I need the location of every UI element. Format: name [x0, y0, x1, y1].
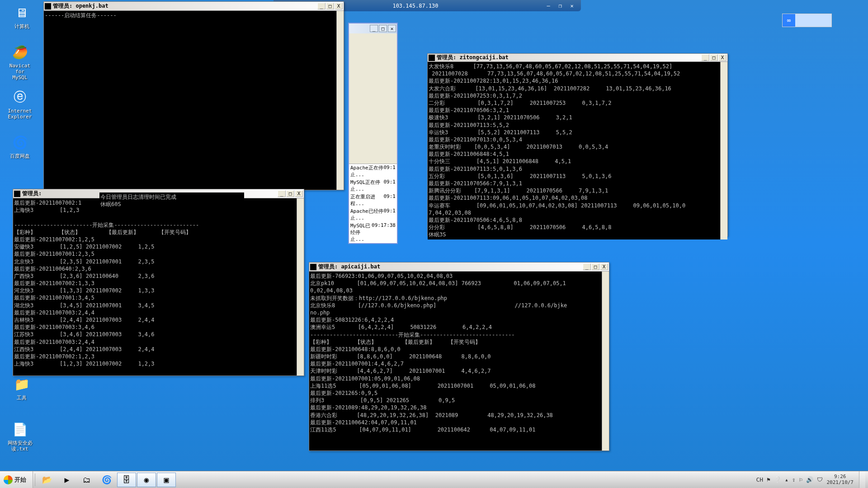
ie-icon: ⓔ [11, 88, 29, 106]
phpstudy-log: Apache正在停止...09:1MySQL正在停止...09:1正在重启进程.… [349, 164, 397, 243]
phpstudy-log-row: Apache已经停止...09:1 [349, 207, 397, 222]
terminal-apicaiji-scrollbar[interactable] [602, 272, 609, 450]
desktop-icon-label: InternetExplorer [4, 108, 36, 120]
terminal-kuai3-maximize-button[interactable]: □ [286, 190, 294, 197]
cmd-icon [310, 264, 316, 270]
phpstudy-close-button[interactable]: ✕ [388, 25, 396, 32]
taskbar-item-chrome[interactable]: ◉ [137, 473, 156, 487]
phpstudy-maximize-button[interactable]: □ [379, 25, 387, 32]
baidupan-icon: 🌀 [11, 133, 29, 151]
baidupan-widget-icon: ∞ [783, 14, 795, 27]
tray-action-center-icon[interactable]: ⚑ [767, 476, 770, 483]
tray-clock[interactable]: 9:26 2021/10/7 [826, 474, 855, 485]
terminal-apicaiji-title: 管理员: apicaiji.bat [318, 263, 582, 271]
tray-sound-icon[interactable]: 🔊 [806, 476, 813, 483]
tray-date: 2021/10/7 [826, 480, 854, 485]
terminal-kuai3: 管理员: _ □ X 最后更新-20211007002:1 上海快3 [1,2,… [13, 189, 304, 376]
desktop-icon-label: 网络安全必读.txt [4, 440, 36, 452]
terminal-kuai3-minimize-button[interactable]: _ [278, 190, 286, 197]
taskbar-item-phpstudy[interactable]: 🗄 [117, 473, 136, 487]
terminal-zitongcaiji-minimize-button[interactable]: _ [701, 54, 709, 61]
phpstudy-window: _ □ ✕ PHP-5 Apache正在停止...09:1MySQL正在停止..… [348, 23, 398, 244]
desktop-icon-label: 计算机 [5, 23, 38, 29]
desktop-icon-navicat[interactable]: 🥭Navicat forMySQL [4, 43, 36, 81]
tray-ime-indicator[interactable]: CH [756, 476, 763, 483]
phpstudy-log-row: MySQL已经停止...09:17:38 [349, 222, 397, 243]
system-tray: CH ⚑ ❔ ▴ ⇪ ⚐ 🔊 🛡 9:26 2021/10/7 [753, 471, 868, 488]
start-orb-icon [4, 475, 13, 484]
terminal-zitongcaiji-close-button[interactable]: X [718, 54, 726, 61]
terminal-openkj: 管理员: openkj.bat _ □ X ------启动结算任务------ [43, 1, 344, 190]
phpstudy-log-row: 正在重启进程...09:1 [349, 193, 397, 207]
terminal-apicaiji-minimize-button[interactable]: _ [583, 263, 591, 270]
rdp-restore-button[interactable]: ❐ [556, 2, 565, 9]
desktop-icon-computer[interactable]: 🖥计算机 [5, 4, 38, 29]
terminal-apicaiji-maximize-button[interactable]: □ [591, 263, 599, 270]
tray-help-icon[interactable]: ❔ [774, 476, 781, 483]
tray-flag-icon[interactable]: ⚐ [799, 476, 803, 483]
phpstudy-log-row: Apache正在停止...09:1 [349, 164, 397, 178]
terminal-openkj-maximize-button[interactable]: □ [326, 3, 334, 9]
cmd-icon [429, 55, 435, 61]
terminal-zitongcaiji-body: 大发快乐8 [77,73,13,56,07,48,60,05,67,02,12,… [428, 62, 727, 239]
terminal-apicaiji: 管理员: apicaiji.bat _ □ X 最后更新-766923:01,0… [309, 262, 609, 451]
taskbar: 开始 📂▶🗂🌀🗄◉▣ CH ⚑ ❔ ▴ ⇪ ⚐ 🔊 🛡 9:26 2021/10… [0, 471, 868, 488]
computer-icon: 🖥 [13, 4, 31, 22]
terminal-openkj-body: ------启动结算任务------ [44, 11, 344, 190]
desktop-icon-label: 百度网盘 [4, 153, 36, 159]
terminal-zitongcaiji-maximize-button[interactable]: □ [710, 54, 718, 61]
desktop-icon-label: Navicat forMySQL [4, 63, 36, 81]
terminal-apicaiji-close-button[interactable]: X [600, 263, 608, 270]
desktop-icon-netsec[interactable]: 📄网络安全必读.txt [4, 420, 36, 452]
tray-chevron-icon[interactable]: ▴ [785, 476, 788, 483]
terminal-openkj-scrollbar[interactable] [336, 11, 344, 190]
taskbar-item-powershell[interactable]: ▶ [57, 473, 76, 487]
taskbar-item-cmd[interactable]: ▣ [157, 473, 176, 487]
tray-network-icon[interactable]: ⇪ [792, 476, 796, 483]
baidupan-widget[interactable]: ∞ [782, 14, 832, 27]
terminal-openkj-minimize-button[interactable]: _ [317, 3, 326, 9]
tools-icon: 📁 [13, 375, 31, 393]
desktop-icon-tools[interactable]: 📁工具 [5, 375, 38, 401]
tray-time: 9:26 [826, 474, 854, 479]
terminal-kuai3-body: 最后更新-20211007002:1 上海快3 [1,2,3 ---------… [13, 198, 304, 375]
show-desktop-button[interactable] [859, 471, 865, 488]
rdp-minimize-button[interactable]: — [544, 2, 553, 9]
navicat-icon: 🥭 [11, 43, 29, 61]
baidupan-widget-field[interactable] [795, 14, 831, 27]
phpstudy-log-row: MySQL正在停止...09:1 [349, 178, 397, 193]
terminal-zitongcaiji-title: 管理员: zitongcaiji.bat [437, 54, 701, 61]
terminal-apicaiji-body: 最后更新-766923:01,06,09,07,05,10,02,04,08,0… [309, 272, 609, 450]
taskbar-item-baidupan[interactable]: 🌀 [97, 473, 116, 487]
desktop-icon-label: 工具 [5, 395, 38, 401]
terminal-kuai3-scrollbar[interactable] [297, 198, 304, 375]
cmd-icon [45, 3, 51, 9]
netsec-icon: 📄 [11, 420, 29, 438]
taskbar-item-explorer[interactable]: 📂 [38, 473, 57, 487]
start-button-label: 开始 [14, 476, 26, 484]
phpstudy-minimize-button[interactable]: _ [370, 25, 378, 32]
tray-shield-icon[interactable]: 🛡 [817, 476, 823, 483]
start-button[interactable]: 开始 [0, 471, 33, 488]
terminal-kuai3-close-button[interactable]: X [295, 190, 303, 197]
cmd-icon [14, 191, 20, 197]
terminal-log-footer: 今日管理员日志清理时间已完成 休眠60S [99, 192, 244, 209]
terminal-zitongcaiji: 管理员: zitongcaiji.bat _ □ X 大发快乐8 [77,73,… [427, 53, 728, 236]
desktop-icon-baidupan[interactable]: 🌀百度网盘 [4, 133, 36, 159]
rdp-close-button[interactable]: ✕ [567, 2, 576, 9]
terminal-zitongcaiji-scrollbar[interactable] [720, 62, 727, 239]
terminal-openkj-close-button[interactable]: X [335, 3, 343, 9]
desktop-icon-ie[interactable]: ⓔInternetExplorer [4, 88, 36, 120]
terminal-openkj-title: 管理员: openkj.bat [53, 2, 317, 10]
taskbar-item-folder[interactable]: 🗂 [77, 473, 96, 487]
